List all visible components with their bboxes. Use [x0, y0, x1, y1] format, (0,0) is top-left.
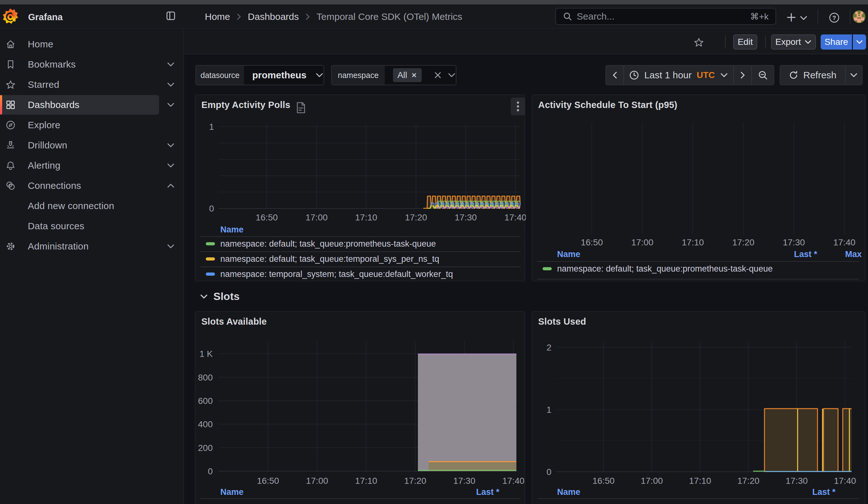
svg-text:17:00: 17:00 [641, 476, 663, 486]
svg-text:0: 0 [209, 204, 214, 214]
svg-text:?: ? [832, 14, 836, 21]
svg-text:17:40: 17:40 [833, 237, 855, 247]
svg-text:16:50: 16:50 [256, 213, 278, 222]
svg-text:16:50: 16:50 [257, 476, 279, 486]
svg-text:17:30: 17:30 [453, 476, 475, 486]
svg-text:17:00: 17:00 [306, 213, 328, 222]
svg-text:17:30: 17:30 [455, 213, 477, 222]
svg-text:16:50: 16:50 [581, 237, 603, 247]
svg-text:1 K: 1 K [199, 349, 213, 359]
svg-text:17:40: 17:40 [502, 476, 524, 486]
svg-text:200: 200 [198, 443, 213, 453]
svg-text:0: 0 [546, 467, 551, 477]
svg-text:800: 800 [198, 373, 213, 382]
svg-text:17:10: 17:10 [682, 237, 704, 247]
svg-text:400: 400 [198, 419, 213, 429]
svg-text:17:00: 17:00 [306, 476, 328, 486]
svg-text:17:20: 17:20 [405, 213, 427, 222]
svg-text:17:40: 17:40 [834, 476, 856, 486]
svg-text:0: 0 [208, 466, 213, 476]
svg-text:17:20: 17:20 [732, 237, 754, 247]
svg-text:16:50: 16:50 [592, 476, 614, 486]
svg-text:600: 600 [198, 396, 213, 406]
svg-text:17:10: 17:10 [355, 476, 377, 486]
svg-text:2: 2 [546, 343, 551, 352]
svg-text:17:20: 17:20 [404, 476, 426, 486]
svg-text:17:00: 17:00 [631, 237, 653, 247]
svg-text:17:10: 17:10 [355, 213, 377, 222]
svg-text:1: 1 [546, 405, 551, 415]
svg-text:17:40: 17:40 [504, 213, 526, 222]
svg-text:17:30: 17:30 [783, 237, 805, 247]
svg-text:17:30: 17:30 [786, 476, 808, 486]
svg-text:17:20: 17:20 [737, 476, 760, 486]
svg-text:1: 1 [209, 122, 214, 132]
svg-text:17:10: 17:10 [689, 476, 711, 486]
